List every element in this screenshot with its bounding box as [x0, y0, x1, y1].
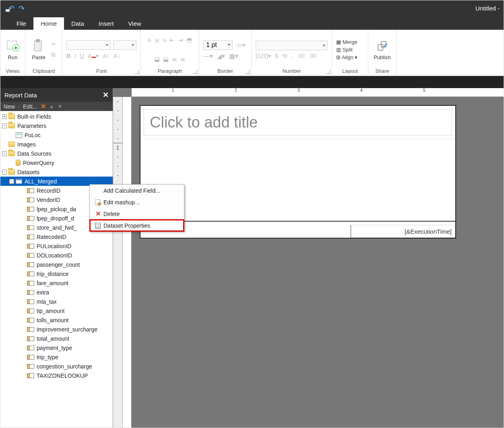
tab-view[interactable]: View [121, 17, 148, 30]
grow-font-icon[interactable]: A↑ [103, 52, 110, 60]
paragraph-dialog-launcher-icon[interactable] [193, 70, 197, 74]
report-body[interactable] [141, 139, 454, 219]
publish-button[interactable]: Publish [371, 38, 393, 61]
border-width-combo[interactable]: 1 pt [203, 40, 233, 50]
shrink-font-icon[interactable]: A↓ [113, 52, 120, 60]
tab-data[interactable]: Data [64, 17, 91, 30]
tree-datasets[interactable]: Datasets [17, 169, 39, 175]
report-data-tree[interactable]: +Built-in Fields −Parameters PuLoc Image… [0, 111, 113, 428]
tree-field[interactable]: extra [0, 288, 113, 297]
border-color-icon[interactable]: ▭▾ [235, 41, 247, 49]
tree-images[interactable]: Images [17, 141, 36, 148]
ctx-dataset-properties[interactable]: Dataset Properties [90, 220, 184, 231]
indent-dec-icon[interactable]: ⇤ [169, 37, 175, 44]
ctx-add-calculated-field[interactable]: Add Calculated Field... [90, 185, 184, 196]
tree-field[interactable]: DOLocationID [0, 251, 113, 260]
dec-decimal-icon[interactable]: .00 [309, 53, 316, 59]
valign-bot-icon[interactable]: ⬓ [163, 56, 169, 63]
execution-time-textbox[interactable]: [&ExecutionTime] [351, 225, 455, 238]
expand-icon[interactable]: + [2, 114, 7, 119]
merge-button[interactable]: ▦ Merge [336, 39, 357, 45]
panel-edit-button[interactable]: Edit... [23, 103, 37, 110]
underline-icon[interactable]: U [80, 52, 84, 60]
paste-button[interactable]: Paste [29, 38, 48, 61]
collapse-icon[interactable]: − [2, 151, 7, 156]
font-size-combo[interactable] [113, 40, 136, 50]
tree-field[interactable]: passenger_count [0, 260, 113, 269]
tree-ds-powerquery[interactable]: PowerQuery [23, 160, 54, 166]
valign-mid-icon[interactable]: ⬓ [154, 56, 160, 63]
svg-rect-3 [34, 41, 41, 51]
tree-field[interactable]: congestion_surcharge [0, 362, 113, 371]
indent-inc-icon[interactable]: ⇥ [178, 37, 183, 44]
field-icon [27, 318, 34, 323]
tab-file[interactable]: File [9, 17, 33, 30]
tree-field[interactable]: tolls_amount [0, 315, 113, 325]
font-color-icon[interactable]: A▾ [88, 52, 99, 60]
font-dialog-launcher-icon[interactable] [135, 70, 139, 74]
tree-field[interactable]: RatecodeID [0, 232, 113, 241]
bold-icon[interactable]: B [66, 52, 71, 60]
font-family-combo[interactable] [66, 40, 111, 50]
bullets-icon[interactable]: ≣ [172, 56, 177, 63]
cut-icon[interactable]: ✂ [50, 40, 58, 49]
panel-delete-icon[interactable]: ✕ [41, 103, 46, 110]
number-dialog-launcher-icon[interactable] [326, 70, 330, 74]
borders-icon[interactable]: ▦▾ [229, 52, 238, 60]
inc-decimal-icon[interactable]: .00 [297, 53, 304, 59]
align-button[interactable]: ⊞ Align ▾ [336, 54, 357, 60]
valign-top-icon[interactable]: ⬒ [186, 37, 192, 44]
italic-icon[interactable]: I [74, 52, 76, 60]
field-icon [27, 235, 34, 239]
tree-field[interactable]: PULocationID [0, 241, 113, 251]
tree-field[interactable]: trip_type [0, 352, 113, 362]
number-format-combo[interactable] [256, 41, 328, 50]
currency-icon[interactable]: $ [275, 53, 278, 59]
tree-param-puloc[interactable]: PuLoc [25, 132, 41, 138]
comma-icon[interactable]: , [291, 53, 293, 59]
group-share-label: Share [368, 67, 396, 76]
tree-field[interactable]: improvement_surcharge [0, 325, 113, 334]
report-footer[interactable]: [&ExecutionTime] [140, 222, 455, 238]
redo-icon[interactable]: ↷ [19, 4, 25, 13]
title-placeholder[interactable]: Click to add title [144, 109, 452, 136]
report-canvas[interactable]: Click to add title [&ExecutionTime] [140, 105, 456, 239]
run-button[interactable]: Run [4, 38, 22, 61]
tree-datasources[interactable]: Data Sources [17, 150, 52, 157]
collapse-icon[interactable]: − [9, 179, 14, 184]
tree-field[interactable]: tip_amount [0, 306, 113, 315]
copy-icon[interactable]: ⧉ [50, 50, 58, 59]
tree-field[interactable]: TAXIZONELOOKUP [0, 371, 113, 380]
tree-field[interactable]: fare_amount [0, 278, 113, 288]
tab-insert[interactable]: Insert [91, 17, 121, 30]
border-style-icon[interactable]: —▾ [203, 52, 213, 60]
tree-builtin-fields[interactable]: Built-in Fields [17, 113, 51, 120]
ctx-edit-mashup[interactable]: Edit mashup... [90, 196, 184, 208]
percent-icon[interactable]: % [282, 53, 287, 59]
split-button[interactable]: ▥ Split [336, 47, 353, 53]
tree-field[interactable]: payment_type [0, 343, 113, 352]
align-right-icon[interactable]: ≡ [163, 37, 167, 43]
numbering-icon[interactable]: ≣ [180, 56, 186, 63]
design-surface[interactable]: 1 2 3 4 5 ---- - 1--- - -- -- Click to a… [113, 88, 504, 428]
placeholder-icon[interactable]: [123]▾ [256, 53, 271, 59]
collapse-icon[interactable]: − [2, 170, 7, 175]
panel-close-icon[interactable]: ✕ [103, 91, 109, 99]
align-center-icon[interactable]: ≣ [155, 37, 160, 44]
tree-field[interactable]: total_amount [0, 334, 113, 343]
window-title: Untitled - [475, 5, 500, 12]
fill-color-icon[interactable]: ◢▾ [217, 52, 225, 60]
field-icon [27, 355, 34, 360]
panel-moveup-icon[interactable]: ▲ [49, 103, 54, 109]
panel-new-button[interactable]: New [4, 103, 15, 110]
ctx-delete[interactable]: ✕Delete [90, 208, 184, 220]
align-left-icon[interactable]: ≡ [148, 37, 151, 43]
panel-movedown-icon[interactable]: ▼ [58, 103, 63, 109]
tab-home[interactable]: Home [33, 17, 64, 30]
collapse-icon[interactable]: − [2, 123, 7, 128]
tree-parameters[interactable]: Parameters [17, 123, 46, 129]
tree-field[interactable]: trip_distance [0, 269, 113, 278]
tree-field[interactable]: mta_tax [0, 297, 113, 306]
border-dialog-launcher-icon[interactable] [246, 70, 250, 74]
ribbon: Run Views Paste ✂ ⧉ Clipboard B I U [0, 30, 504, 76]
